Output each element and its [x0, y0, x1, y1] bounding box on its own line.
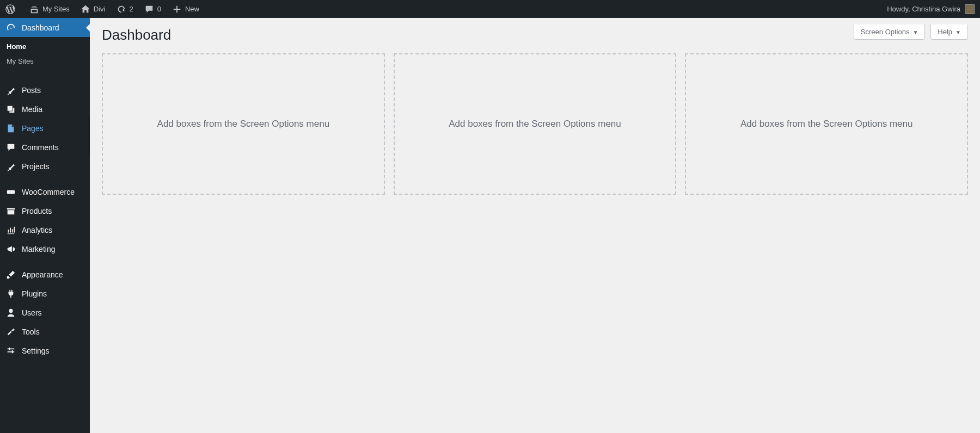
menu-tools[interactable]: Tools [0, 322, 90, 341]
menu-appearance[interactable]: Appearance [0, 265, 90, 284]
toolbar-site-name-label: Divi [94, 5, 106, 13]
submenu-home[interactable]: Home [0, 39, 90, 54]
wordpress-icon [5, 4, 15, 14]
archive-icon [5, 206, 16, 216]
page-title: Dashboard [102, 27, 171, 44]
caret-down-icon: ▼ [955, 29, 961, 35]
page-icon [5, 123, 16, 133]
menu-woocommerce-label: WooCommerce [22, 188, 75, 196]
menu-products[interactable]: Products [0, 201, 90, 220]
menu-woocommerce[interactable]: WooCommerce [0, 182, 90, 201]
sliders-icon [5, 346, 16, 356]
user-icon [5, 308, 16, 318]
menu-dashboard-label: Dashboard [22, 23, 59, 32]
menu-media-label: Media [22, 105, 42, 114]
toolbar-updates-count: 2 [130, 5, 133, 13]
toolbar-site-name[interactable]: Divi [75, 0, 111, 18]
menu-posts-label: Posts [22, 86, 41, 95]
menu-appearance-label: Appearance [22, 270, 63, 279]
admin-toolbar: My Sites Divi 2 0 New Howdy, Christina G… [0, 0, 980, 18]
plugin-icon [5, 289, 16, 299]
toolbar-my-sites[interactable]: My Sites [24, 0, 75, 18]
woocommerce-icon [5, 187, 16, 197]
pin-icon [5, 85, 16, 95]
menu-media[interactable]: Media [0, 100, 90, 119]
menu-pages[interactable]: Pages [0, 119, 90, 138]
screen-options-label: Screen Options [861, 28, 910, 36]
menu-pages-label: Pages [22, 124, 44, 133]
menu-plugins[interactable]: Plugins [0, 284, 90, 303]
admin-sidebar: Dashboard Home My Sites Posts Media Page… [0, 18, 90, 433]
megaphone-icon [5, 244, 16, 254]
content-area: Dashboard Screen Options▼ Help▼ Add boxe… [90, 18, 980, 433]
menu-settings-label: Settings [22, 347, 50, 355]
menu-marketing-label: Marketing [22, 245, 55, 253]
comment-icon [144, 4, 154, 14]
avatar [965, 4, 975, 14]
plus-icon [172, 4, 182, 14]
menu-users-label: Users [22, 308, 42, 317]
wrench-icon [5, 327, 16, 337]
menu-products-label: Products [22, 207, 52, 215]
submenu-my-sites[interactable]: My Sites [0, 54, 90, 69]
menu-plugins-label: Plugins [22, 289, 47, 298]
comments-icon [5, 143, 16, 152]
menu-analytics[interactable]: Analytics [0, 220, 90, 239]
toolbar-comments[interactable]: 0 [139, 0, 167, 18]
menu-dashboard[interactable]: Dashboard [0, 18, 90, 37]
menu-comments[interactable]: Comments [0, 138, 90, 157]
pin-icon [5, 162, 16, 171]
menu-projects-label: Projects [22, 162, 50, 171]
dashboard-dropzone-3: Add boxes from the Screen Options menu [685, 53, 968, 195]
dashboard-submenu: Home My Sites [0, 37, 90, 74]
menu-analytics-label: Analytics [22, 226, 52, 234]
update-icon [117, 4, 126, 14]
multisite-icon [29, 4, 39, 14]
menu-comments-label: Comments [22, 143, 59, 152]
menu-tools-label: Tools [22, 327, 40, 336]
menu-marketing[interactable]: Marketing [0, 239, 90, 258]
dashboard-dropzone-2: Add boxes from the Screen Options menu [394, 53, 677, 195]
dashboard-dropzone-1: Add boxes from the Screen Options menu [102, 53, 385, 195]
brush-icon [5, 270, 16, 280]
toolbar-greeting: Howdy, Christina Gwira [887, 5, 960, 13]
toolbar-account[interactable]: Howdy, Christina Gwira [887, 0, 980, 18]
toolbar-my-sites-label: My Sites [42, 5, 70, 13]
caret-down-icon: ▼ [912, 29, 918, 35]
menu-settings[interactable]: Settings [0, 341, 90, 360]
screen-options-button[interactable]: Screen Options▼ [854, 24, 926, 40]
menu-users[interactable]: Users [0, 303, 90, 322]
menu-posts[interactable]: Posts [0, 81, 90, 100]
chart-icon [5, 225, 16, 235]
help-button[interactable]: Help▼ [930, 24, 968, 40]
home-icon [81, 4, 90, 14]
toolbar-updates[interactable]: 2 [111, 0, 139, 18]
svg-rect-0 [7, 190, 15, 194]
toolbar-new-label: New [185, 5, 199, 13]
dashboard-icon [5, 23, 16, 33]
menu-projects[interactable]: Projects [0, 157, 90, 176]
media-icon [5, 104, 16, 114]
toolbar-comments-count: 0 [157, 5, 161, 13]
help-label: Help [938, 28, 952, 36]
wp-logo[interactable] [0, 0, 24, 18]
toolbar-new[interactable]: New [167, 0, 205, 18]
